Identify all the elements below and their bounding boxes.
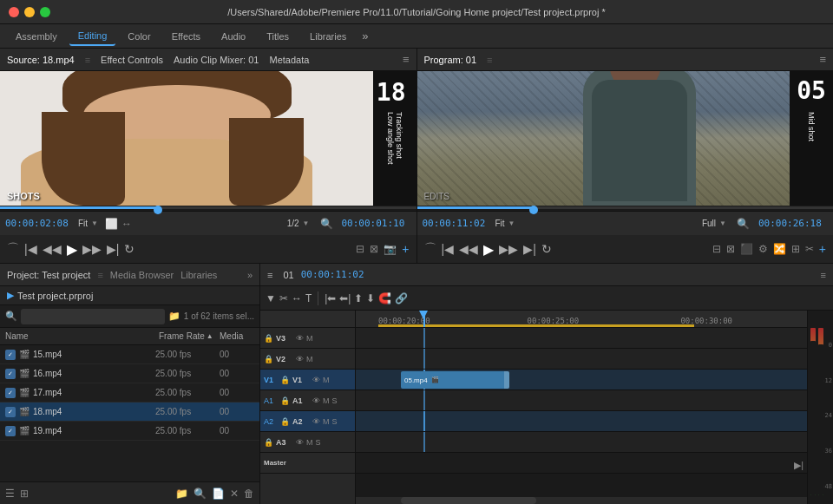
source-search-icon[interactable]: 🔍 xyxy=(320,218,333,230)
track-a3-lock-icon[interactable]: 🔒 xyxy=(264,438,273,447)
timeline-lift-btn[interactable]: ⬆ xyxy=(354,292,363,304)
program-lift-icon[interactable]: ⊠ xyxy=(726,243,735,255)
program-zoom[interactable]: Fit xyxy=(495,219,505,228)
source-add-button[interactable]: + xyxy=(402,242,409,256)
track-a1-lock-icon[interactable]: 🔒 xyxy=(280,396,290,405)
file-checkbox[interactable]: ✓ xyxy=(5,350,16,360)
track-v1-area[interactable]: 05.mp4 🎬 xyxy=(356,370,807,390)
timeline-menu-icon[interactable]: ≡ xyxy=(821,270,826,280)
track-a2-area[interactable] xyxy=(356,411,807,432)
program-step-back-button[interactable]: ◀◀ xyxy=(459,242,478,256)
track-v1-lock-icon[interactable]: 🔒 xyxy=(280,376,290,384)
program-play-button[interactable]: ▶ xyxy=(483,241,494,258)
tab-titles[interactable]: Titles xyxy=(258,28,298,45)
track-v2-visibility-icon[interactable]: 👁 xyxy=(296,355,304,363)
tab-color[interactable]: Color xyxy=(119,28,159,45)
track-master-area[interactable]: ▶| xyxy=(356,453,807,474)
source-step-back-button[interactable]: ◀◀ xyxy=(43,242,62,256)
goto-next-edit-button[interactable]: ▶| xyxy=(794,460,803,471)
track-a3-visibility-icon[interactable]: 👁 xyxy=(296,438,304,447)
tab-assembly[interactable]: Assembly xyxy=(7,28,66,45)
program-compare-icon[interactable]: 🔀 xyxy=(773,243,786,255)
track-v2-area[interactable] xyxy=(356,349,807,370)
program-full-label[interactable]: Full xyxy=(702,219,716,228)
program-timecode[interactable]: 00:00:11:02 xyxy=(423,218,492,229)
source-play-button[interactable]: ▶ xyxy=(67,241,77,258)
close-button[interactable] xyxy=(9,7,19,17)
minimize-button[interactable] xyxy=(24,7,35,17)
timeline-snap-btn[interactable]: 🧲 xyxy=(378,292,391,304)
program-full-chevron[interactable]: ▼ xyxy=(719,219,726,227)
timeline-extract-btn[interactable]: ⬇ xyxy=(366,292,375,304)
clip-right-handle[interactable] xyxy=(504,371,509,389)
timeline-timecode[interactable]: 00:00:11:02 xyxy=(301,269,364,280)
track-v1-visibility-icon[interactable]: 👁 xyxy=(312,376,320,384)
timeline-razor-tool[interactable]: ✂ xyxy=(279,292,288,304)
source-zoom-chevron[interactable]: ▼ xyxy=(91,219,98,227)
timeline-insert-btn[interactable]: |⬅ xyxy=(325,292,336,304)
track-v2-lock-icon[interactable]: 🔒 xyxy=(264,355,273,363)
source-insert-icon[interactable]: ⊟ xyxy=(356,243,364,255)
source-tab-metadata[interactable]: Metadata xyxy=(269,55,309,65)
timeline-scrollbar[interactable] xyxy=(356,497,807,504)
program-step-back-1-button[interactable]: |◀ xyxy=(442,242,455,256)
track-v3-mute-icon[interactable]: M xyxy=(306,334,313,343)
program-tab-program[interactable]: Program: 01 xyxy=(424,55,477,65)
program-export-icon[interactable]: ⬛ xyxy=(740,243,753,255)
program-monitor-menu-icon[interactable]: ≡ xyxy=(819,53,826,66)
program-add-button[interactable]: + xyxy=(819,242,826,256)
source-monitor-menu-icon[interactable]: ≡ xyxy=(403,53,410,66)
program-step-fwd-1-button[interactable]: ▶| xyxy=(523,242,536,256)
source-mark-in-button[interactable]: ⌒ xyxy=(7,241,19,257)
file-checkbox[interactable]: ✓ xyxy=(5,369,16,379)
list-view-button[interactable]: ☰ xyxy=(5,488,15,500)
track-a3-solo-icon[interactable]: S xyxy=(316,438,321,447)
program-mark-in-button[interactable]: ⌒ xyxy=(424,241,436,257)
source-timebar[interactable] xyxy=(0,206,416,211)
new-item-button[interactable]: 📄 xyxy=(212,488,225,500)
source-zoom[interactable]: Fit xyxy=(78,219,88,228)
track-a1-visibility-icon[interactable]: 👁 xyxy=(312,396,320,405)
new-folder-icon[interactable]: 📁 xyxy=(168,311,180,322)
clip-05mp4[interactable]: 05.mp4 🎬 xyxy=(401,371,509,389)
file-checkbox[interactable]: ✓ xyxy=(5,388,16,398)
timeline-overwrite-btn[interactable]: ⬅| xyxy=(339,292,351,304)
track-a1-solo-icon[interactable]: S xyxy=(332,396,338,405)
program-end-timecode[interactable]: 00:00:26:18 xyxy=(758,218,828,229)
track-a1-mute-icon[interactable]: M xyxy=(323,396,330,405)
source-step-fwd-1-button[interactable]: ▶| xyxy=(107,242,120,256)
clear-button[interactable]: ✕ xyxy=(230,488,239,500)
search-input[interactable] xyxy=(21,309,165,324)
program-settings-icon[interactable]: ⚙ xyxy=(758,243,768,255)
more-workspaces-button[interactable]: » xyxy=(362,29,368,43)
timeline-ruler[interactable]: 00:00:20:00 00:00:25:00 00:00:30:00 xyxy=(356,311,807,328)
file-row[interactable]: ✓ 🎬 18.mp4 25.00 fps 00 xyxy=(0,403,259,422)
track-v3-visibility-icon[interactable]: 👁 xyxy=(296,334,304,343)
program-search-icon[interactable]: 🔍 xyxy=(737,218,750,230)
file-row[interactable]: ✓ 🎬 16.mp4 25.00 fps 00 xyxy=(0,364,259,383)
track-a1-area[interactable] xyxy=(356,390,807,411)
file-row[interactable]: ✓ 🎬 17.mp4 25.00 fps 00 xyxy=(0,383,259,403)
file-checkbox[interactable]: ✓ xyxy=(5,407,16,417)
file-row[interactable]: ✓ 🎬 15.mp4 25.00 fps 00 xyxy=(0,345,259,364)
program-timebar[interactable] xyxy=(417,206,834,211)
program-zoom-chevron[interactable]: ▼ xyxy=(508,219,515,227)
timeline-track-select[interactable]: ↔ xyxy=(292,292,302,304)
source-overwrite-icon[interactable]: ⊠ xyxy=(370,243,378,255)
source-camera-icon[interactable]: 📷 xyxy=(384,243,397,255)
timeline-text-tool[interactable]: T xyxy=(305,292,312,304)
file-checkbox[interactable]: ✓ xyxy=(5,426,16,436)
source-tab-audio-clip-mixer[interactable]: Audio Clip Mixer: 01 xyxy=(174,55,259,65)
source-tab-effect-controls[interactable]: Effect Controls xyxy=(101,55,163,65)
track-v1-mute-icon[interactable]: M xyxy=(323,376,330,384)
panel-tab-libraries[interactable]: Libraries xyxy=(180,270,217,280)
timeline-select-tool[interactable]: ▼ xyxy=(266,292,276,304)
search-footer-button[interactable]: 🔍 xyxy=(193,488,207,500)
panel-tab-media-browser[interactable]: Media Browser xyxy=(110,270,174,280)
source-step-back-1-button[interactable]: |◀ xyxy=(24,242,37,256)
icon-view-button[interactable]: ⊞ xyxy=(20,488,29,500)
tab-libraries[interactable]: Libraries xyxy=(301,28,355,45)
track-a2-lock-icon[interactable]: 🔒 xyxy=(280,417,290,426)
track-v3-lock-icon[interactable]: 🔒 xyxy=(264,334,273,343)
source-step-fwd-button[interactable]: ▶▶ xyxy=(82,242,102,256)
